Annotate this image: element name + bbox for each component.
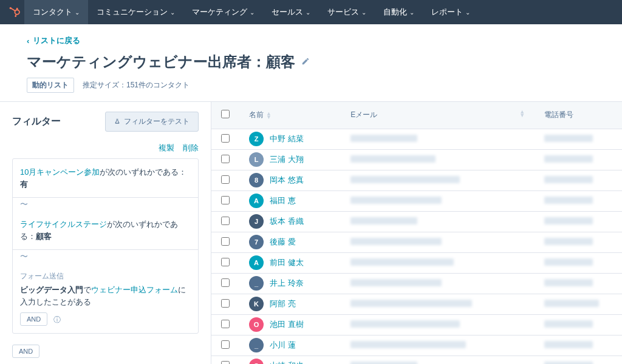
row-checkbox[interactable] (221, 155, 230, 163)
svg-line-6 (16, 14, 16, 16)
chevron-down-icon: ⌄ (409, 9, 414, 16)
row-checkbox[interactable] (221, 361, 230, 365)
avatar: _ (249, 276, 264, 291)
phone-redacted (544, 320, 593, 328)
test-filter-label: フィルターをテスト (124, 116, 190, 127)
nav-item[interactable]: マーケティング⌄ (183, 0, 263, 24)
nav-item[interactable]: コンタクト⌄ (24, 0, 88, 24)
avatar: J (249, 214, 264, 229)
chevron-down-icon: ⌄ (170, 9, 175, 16)
chevron-down-icon: ⌄ (250, 9, 255, 16)
row-checkbox[interactable] (221, 217, 230, 225)
email-redacted (350, 258, 454, 266)
avatar: 7 (249, 235, 264, 249)
email-redacted (350, 238, 442, 245)
phone-redacted (544, 217, 593, 224)
contact-name-link[interactable]: 井上 玲奈 (270, 278, 304, 289)
tilde-separator: 〜 (13, 250, 198, 263)
duplicate-link[interactable]: 複製 (159, 143, 174, 152)
nav-label: レポート (431, 7, 463, 18)
phone-redacted (544, 258, 593, 266)
row-checkbox[interactable] (221, 258, 230, 266)
email-redacted (350, 135, 417, 142)
filter-group-1: 10月キャンペーン参加が次のいずれかである：有 〜 ライフサイクルステージが次の… (12, 158, 199, 334)
avatar: A (249, 255, 264, 270)
contact-name-link[interactable]: 岡本 悠真 (270, 175, 304, 186)
email-redacted (350, 197, 442, 204)
filter-title: フィルター (12, 115, 61, 128)
contact-name-link[interactable]: 山崎 和也 (270, 360, 304, 364)
row-checkbox[interactable] (221, 340, 230, 349)
contact-name-link[interactable]: 前田 健太 (270, 257, 304, 268)
nav-label: マーケティング (192, 7, 247, 18)
contact-name-link[interactable]: 池田 直樹 (270, 319, 304, 330)
avatar: Z (249, 132, 264, 146)
and-button-outer[interactable]: AND (12, 345, 39, 358)
contact-name-link[interactable]: 坂本 香織 (270, 216, 304, 227)
chevron-down-icon: ⌄ (306, 9, 310, 16)
filter-card[interactable]: ライフサイクルステージが次のいずれかである：顧客 (13, 211, 198, 250)
nav-label: 自動化 (383, 7, 407, 18)
table-row: A前田 健太 (211, 252, 622, 273)
contact-name-link[interactable]: 中野 結菜 (270, 133, 304, 144)
nav-item[interactable]: サービス⌄ (319, 0, 375, 24)
sort-icon: ▲▼ (266, 112, 272, 119)
avatar: L (249, 152, 264, 167)
phone-redacted (544, 135, 593, 142)
avatar: K (249, 297, 264, 311)
table-row: _井上 玲奈 (211, 273, 622, 294)
row-checkbox[interactable] (221, 320, 230, 328)
phone-redacted (544, 279, 593, 286)
nav-item[interactable]: 自動化⌄ (375, 0, 423, 24)
row-checkbox[interactable] (221, 299, 230, 308)
phone-redacted (544, 176, 593, 183)
table-row: Z中野 結菜 (211, 129, 622, 149)
phone-redacted (544, 197, 593, 204)
table-row: L三浦 大翔 (211, 149, 622, 170)
back-label: リストに戻る (33, 35, 80, 46)
and-button-inner[interactable]: AND (20, 312, 47, 326)
email-redacted (350, 300, 472, 307)
phone-redacted (544, 341, 593, 348)
back-link[interactable]: ‹ リストに戻る (27, 35, 80, 46)
filter-card[interactable]: フォーム送信 ビッグデータ入門でウェビナー申込フォームに入力したことがある AN… (13, 263, 198, 333)
sort-icon: ▲▼ (519, 110, 525, 117)
avatar: O (249, 359, 264, 364)
col-phone[interactable]: 電話番号 (535, 102, 622, 129)
phone-redacted (544, 362, 593, 365)
page-title: マーケティングウェビナー出席者：顧客 (27, 52, 295, 72)
contact-name-link[interactable]: 後藤 愛 (270, 237, 296, 248)
hubspot-logo-icon[interactable] (5, 2, 24, 22)
col-name[interactable]: 名前▲▼ (239, 102, 341, 129)
contact-name-link[interactable]: 福田 恵 (270, 195, 296, 206)
test-filter-button[interactable]: フィルターをテスト (105, 112, 199, 132)
row-checkbox[interactable] (221, 237, 230, 246)
filter-card[interactable]: 10月キャンペーン参加が次のいずれかである：有 (13, 159, 198, 198)
col-email[interactable]: Eメール▲▼ (341, 102, 535, 129)
contact-name-link[interactable]: 三浦 大翔 (270, 154, 304, 165)
phone-redacted (544, 300, 599, 307)
table-row: K阿部 亮 (211, 294, 622, 314)
row-checkbox[interactable] (221, 175, 230, 184)
email-redacted (350, 341, 466, 348)
tilde-separator: 〜 (13, 198, 198, 211)
chevron-down-icon: ⌄ (75, 9, 80, 16)
edit-icon[interactable] (301, 57, 310, 67)
contact-name-link[interactable]: 小川 蓮 (270, 340, 296, 351)
table-row: _小川 蓮 (211, 335, 622, 356)
avatar: O (249, 317, 264, 332)
row-checkbox[interactable] (221, 134, 230, 143)
avatar: 8 (249, 173, 264, 187)
select-all-checkbox[interactable] (221, 110, 230, 118)
row-checkbox[interactable] (221, 278, 230, 287)
nav-item[interactable]: セールス⌄ (263, 0, 319, 24)
svg-point-2 (10, 7, 12, 9)
list-type-badge: 動的リスト (27, 78, 74, 93)
avatar: _ (249, 338, 264, 352)
contact-name-link[interactable]: 阿部 亮 (270, 298, 296, 309)
delete-link[interactable]: 削除 (183, 143, 199, 152)
row-checkbox[interactable] (221, 196, 230, 204)
info-icon[interactable]: ⓘ (53, 315, 61, 324)
nav-item[interactable]: レポート⌄ (423, 0, 479, 24)
nav-item[interactable]: コミュニケーション⌄ (88, 0, 183, 24)
